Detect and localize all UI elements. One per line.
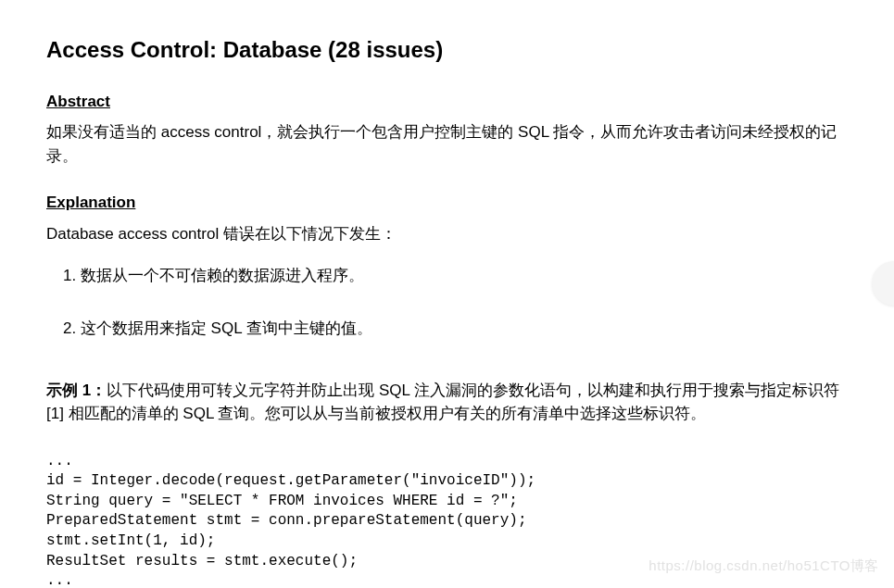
example-text: 以下代码使用可转义元字符并防止出现 SQL 注入漏洞的参数化语句，以构建和执行用… — [46, 382, 839, 423]
example-label: 示例 1： — [46, 382, 107, 399]
explanation-intro: Database access control 错误在以下情况下发生： — [46, 221, 848, 246]
explanation-item-1: 1. 数据从一个不可信赖的数据源进入程序。 — [46, 263, 848, 288]
page-title: Access Control: Database (28 issues) — [46, 37, 848, 63]
explanation-heading: Explanation — [46, 194, 848, 212]
explanation-item-2: 2. 这个数据用来指定 SQL 查询中主键的值。 — [46, 316, 848, 341]
example-paragraph: 示例 1：以下代码使用可转义元字符并防止出现 SQL 注入漏洞的参数化语句，以构… — [46, 379, 848, 426]
abstract-body: 如果没有适当的 access control，就会执行一个包含用户控制主键的 S… — [46, 120, 848, 168]
code-block: ... id = Integer.decode(request.getParam… — [46, 452, 848, 588]
abstract-heading: Abstract — [46, 93, 848, 111]
side-bubble — [872, 261, 894, 306]
